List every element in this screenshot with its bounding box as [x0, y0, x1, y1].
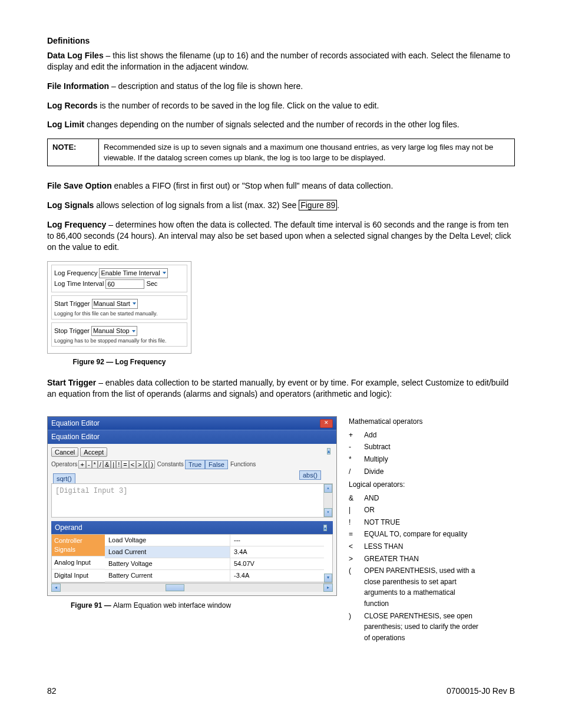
logical-operators-header: Logical operators: — [349, 479, 482, 490]
operator-description: Divide — [364, 466, 384, 477]
operator-legend-row: !NOT TRUE — [349, 517, 482, 528]
scroll-up-button[interactable]: ▴ — [323, 525, 327, 531]
scroll-up-button[interactable]: ▴ — [324, 484, 332, 493]
equation-editor-titlebar: Equation Editor ✕ — [48, 417, 336, 430]
para-data-log-files: Data Log Files – this list shows the fil… — [47, 50, 515, 73]
operator-description: LESS THAN — [364, 541, 403, 552]
signal-row[interactable]: Load Current3.4A — [105, 546, 324, 558]
cancel-button[interactable]: Cancel — [51, 447, 78, 457]
operator-symbol: & — [349, 493, 356, 504]
chevron-down-icon — [163, 272, 166, 274]
scroll-left-button[interactable]: ◂ — [51, 584, 61, 592]
log-frequency-dropdown[interactable]: Enable Time Interval — [99, 268, 167, 278]
horizontal-scrollbar[interactable]: ◂ ▸ — [51, 583, 333, 592]
functions-label: Functions — [230, 460, 256, 469]
operator-symbol: ( — [349, 565, 356, 609]
constant-button[interactable]: True — [185, 460, 205, 469]
para-file-save-option: File Save Option enables a FIFO (first i… — [47, 180, 515, 192]
stop-trigger-note: Logging has to be stopped manually for t… — [54, 337, 184, 344]
body-log-records: is the number of records to be saved in … — [98, 101, 379, 110]
operator-legend-row: /Divide — [349, 466, 482, 477]
equation-editor-subtitle: Equation Editor — [48, 430, 336, 443]
note-label: NOTE: — [48, 139, 99, 166]
figure-89-link[interactable]: Figure 89 — [299, 200, 337, 210]
expression-text: [Digital Input 3] — [55, 487, 127, 495]
operator-symbol: ! — [349, 517, 356, 528]
operator-legend-row: =EQUAL TO, compare for equality — [349, 529, 482, 540]
operator-button[interactable]: + — [78, 460, 85, 469]
accept-button[interactable]: Accept — [80, 447, 107, 457]
tab-controller-signals[interactable]: Controller Signals — [52, 535, 105, 556]
tab-digital-input[interactable]: Digital Input — [52, 569, 105, 582]
operator-description: CLOSE PARENTHESIS, see open parenthesis;… — [364, 611, 482, 644]
log-frequency-label: Log Frequency — [54, 269, 97, 278]
figure-91-caption: Figure 91 — Alarm Equation web interface… — [71, 601, 337, 610]
chevron-down-icon — [133, 302, 136, 305]
operator-legend-row: +Add — [349, 430, 482, 441]
operator-button[interactable]: & — [103, 460, 111, 469]
para-log-frequency: Log Frequency – determines how often the… — [47, 219, 515, 253]
scroll-down-button[interactable]: ▾ — [324, 508, 332, 517]
operator-symbol: * — [349, 454, 356, 465]
operator-button[interactable]: ) — [149, 460, 155, 469]
scroll-up-button[interactable]: ▴ — [327, 448, 330, 454]
operator-button[interactable]: ( — [144, 460, 150, 469]
scrollbar-thumb[interactable] — [166, 584, 184, 591]
start-trigger-dropdown[interactable]: Manual Start — [92, 299, 138, 309]
term-log-signals: Log Signals — [47, 200, 94, 210]
expression-textarea[interactable]: [Digital Input 3] ▴ ▾ — [51, 483, 333, 518]
term-start-trigger: Start Trigger — [47, 378, 96, 387]
operator-button[interactable]: ! — [116, 460, 121, 469]
signal-row[interactable]: Battery Current-3.4A — [105, 570, 324, 582]
operator-button[interactable]: > — [136, 460, 143, 469]
start-trigger-note: Logging for this file can be started man… — [54, 310, 184, 317]
chevron-down-icon — [132, 330, 135, 332]
operator-symbol: < — [349, 541, 356, 552]
operator-button[interactable]: - — [86, 460, 92, 469]
operator-description: EQUAL TO, compare for equality — [364, 529, 467, 540]
operator-description: GREATER THAN — [364, 554, 419, 565]
start-trigger-dropdown-value: Manual Start — [94, 299, 130, 308]
figure-92-caption: Figure 92 — Log Frequency — [47, 357, 191, 367]
operator-symbol: / — [349, 466, 356, 477]
log-time-interval-input[interactable] — [105, 279, 144, 289]
operator-description: Add — [364, 430, 376, 441]
operator-button[interactable]: = — [121, 460, 128, 469]
math-operators-header: Mathematical operators — [349, 416, 482, 427]
scroll-down-button[interactable]: ▾ — [324, 574, 332, 582]
definitions-heading: Definitions — [47, 35, 515, 47]
equation-editor-title: Equation Editor — [51, 419, 100, 428]
operator-legend-row: )CLOSE PARENTHESIS, see open parenthesis… — [349, 611, 482, 644]
operator-button[interactable]: / — [98, 460, 103, 469]
operator-symbol: | — [349, 505, 356, 516]
signal-name: Load Current — [105, 546, 230, 558]
figure-91-text: Alarm Equation web interface window — [113, 601, 231, 610]
close-button[interactable]: ✕ — [320, 419, 333, 428]
function-button[interactable]: abs() — [299, 470, 321, 480]
operator-description: Subtract — [364, 442, 391, 453]
stop-trigger-dropdown-value: Manual Stop — [93, 327, 130, 335]
operator-legend-row: *Multiply — [349, 454, 482, 465]
signal-name: Battery Voltage — [105, 558, 230, 569]
operator-button[interactable]: | — [111, 460, 116, 469]
para-file-information: File Information – description and statu… — [47, 81, 515, 92]
operator-button[interactable]: < — [129, 460, 136, 469]
constant-button[interactable]: False — [205, 460, 228, 469]
start-trigger-label: Start Trigger — [54, 299, 90, 308]
operator-description: OPEN PARENTHESIS, used with a close pare… — [364, 565, 482, 609]
scroll-right-button[interactable]: ▸ — [323, 584, 333, 592]
signal-row[interactable]: Load Voltage--- — [105, 535, 324, 546]
stop-trigger-dropdown[interactable]: Manual Stop — [91, 326, 137, 336]
operator-description: Multiply — [364, 454, 388, 465]
tab-analog-input[interactable]: Analog Input — [52, 556, 105, 569]
operators-label: Operators — [51, 460, 77, 469]
log-frequency-panel: Log Frequency Enable Time Interval Log T… — [47, 261, 191, 354]
log-frequency-dropdown-value: Enable Time Interval — [101, 269, 160, 278]
stop-trigger-label: Stop Trigger — [54, 327, 90, 335]
equation-editor-window: Equation Editor ✕ Equation Editor ▴ Canc… — [47, 416, 337, 596]
signal-value: -3.4A — [230, 570, 324, 581]
signal-row[interactable]: Battery Voltage54.07V — [105, 558, 324, 570]
signal-value: 54.07V — [230, 558, 324, 569]
para-log-signals: Log Signals allows selection of log sign… — [47, 200, 515, 211]
operator-button[interactable]: * — [92, 460, 98, 469]
